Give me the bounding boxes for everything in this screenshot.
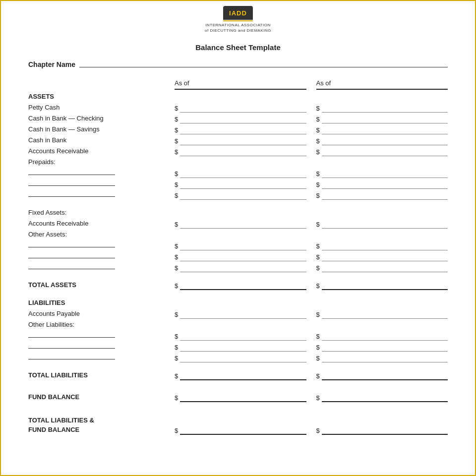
logo-divider [223,20,253,21]
prepaid-blank3-label [28,190,175,200]
petty-cash-col2: $ [316,105,448,113]
other-assets-row: Other Assets: [28,229,448,239]
cash-checking-row: Cash in Bank — Checking $ $ [28,113,448,123]
other-assets-label: Other Assets: [28,230,175,240]
assets-heading: ASSETS [28,92,175,102]
chapter-name-row: Chapter Name [28,60,448,68]
total-liab-fund-row: TOTAL LIABILITIES & FUND BALANCE $ $ [28,416,448,434]
liabilities-heading: LIABILITIES [28,298,175,308]
assets-heading-data [175,95,448,102]
dc-empty2 [316,95,448,102]
label-spacer [28,79,175,90]
col2-header: As of [316,79,448,90]
prepaid-blank2-label [28,179,175,189]
chapter-line [79,67,448,67]
cash-savings-data: $ $ [175,126,448,134]
other-liabilities-row: Other Liabilities: [28,319,448,330]
fund-balance-label: FUND BALANCE [28,392,175,403]
prepaid-blank2-row: $ $ [28,178,448,189]
other-assets-blank2-row: $ $ [28,250,448,261]
logo-shape: IADD [223,6,253,20]
fund-balance-row: FUND BALANCE $ $ [28,391,448,402]
cash-bank-label: Cash in Bank [28,135,175,146]
total-assets-row: TOTAL ASSETS $ $ [28,279,448,290]
total-liabilities-label: TOTAL LIABILITIES [28,370,175,381]
chapter-label: Chapter Name [28,60,75,68]
petty-cash-data: $ $ [175,105,448,113]
cash-savings-row: Cash in Bank — Savings $ $ [28,123,448,134]
liab-blank1-row: $ $ [28,330,448,341]
prepaid-blank3-row: $ $ [28,189,448,200]
accounts-receivable-data: $ $ [175,148,448,156]
accounts-receivable-row: Accounts Receivable $ $ [28,145,448,156]
prepaid-blank1-label [28,168,175,178]
total-liab-fund-label: TOTAL LIABILITIES & FUND BALANCE [28,416,175,434]
prepaid-blank1-data: $ $ [175,170,448,178]
cash-savings-label: Cash in Bank — Savings [28,124,175,135]
other-liabilities-label: Other Liabilities: [28,320,175,330]
prepaid-blank1-row: $ $ [28,167,448,178]
document-title: Balance Sheet Template [28,43,448,52]
accounts-receivable2-row: Accounts Receivable $ $ [28,218,448,229]
column-header-pair: As of As of [175,79,448,90]
col1-header: As of [175,79,306,90]
cash-bank-data: $ $ [175,137,448,145]
liabilities-heading-row: LIABILITIES [28,297,448,308]
assets-heading-row: ASSETS [28,91,448,102]
prepaids-row: Prepaids: [28,156,448,167]
cash-bank-row: Cash in Bank $ $ [28,134,448,145]
cash-checking-label: Cash in Bank — Checking [28,114,175,124]
petty-cash-col1: $ [175,105,306,113]
prepaid-blank3-data: $ $ [175,192,448,200]
prepaids-label: Prepaids: [28,157,175,168]
liab-blank2-row: $ $ [28,341,448,352]
logo-text-lines: INTERNATIONAL ASSOCIATION of DIECUTTING … [205,22,271,33]
other-assets-blank3-row: $ $ [28,261,448,272]
prepaid-blank2-data: $ $ [175,181,448,189]
total-liabilities-row: TOTAL LIABILITIES $ $ [28,369,448,380]
accounts-receivable-label: Accounts Receivable [28,146,175,157]
other-assets-blank1-row: $ $ [28,239,448,250]
column-headers-row: As of As of [28,79,448,90]
prepaids-data [175,160,448,167]
accounts-payable-label: Accounts Payable [28,309,175,319]
logo-graphic: IADD INTERNATIONAL ASSOCIATION of DIECUT… [205,6,271,33]
fixed-assets-row: Fixed Assets: [28,207,448,218]
logo-letters: IADD [229,9,247,17]
fixed-assets-label: Fixed Assets: [28,208,175,218]
liab-blank3-row: $ $ [28,352,448,362]
petty-cash-label: Petty Cash [28,103,175,113]
logo-area: IADD INTERNATIONAL ASSOCIATION of DIECUT… [28,1,448,37]
accounts-payable-row: Accounts Payable $ $ [28,308,448,319]
accounts-receivable2-label: Accounts Receivable [28,219,175,229]
dc-empty1 [175,95,306,102]
petty-cash-row: Petty Cash $ $ [28,102,448,113]
total-assets-label: TOTAL ASSETS [28,280,175,291]
cash-checking-data: $ $ [175,116,448,123]
